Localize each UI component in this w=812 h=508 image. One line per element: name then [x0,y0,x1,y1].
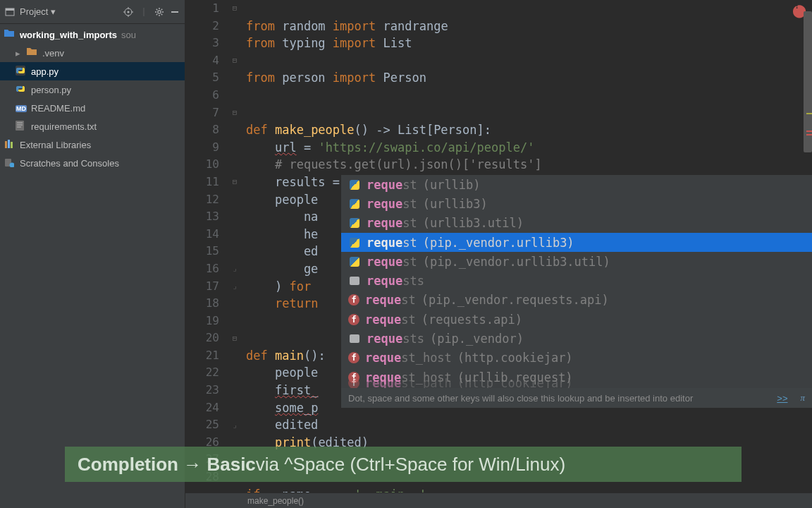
ident: first_ [275,383,318,397]
op: = [297,140,319,155]
fold-marker[interactable] [230,52,239,70]
kw-def: def [246,123,275,137]
pi-icon[interactable]: π [800,392,805,404]
completion-item[interactable]: request (pip._vendor.requests.api) [341,291,812,310]
kw-import: import [333,19,376,33]
scratches-icon [4,157,16,169]
gear-icon[interactable] [154,6,165,18]
tree-item-label: .venv [42,48,64,59]
external-libraries-icon [4,139,16,150]
expand-icon[interactable]: ▸ [16,48,23,59]
line-number: 13 [185,208,219,226]
fn-name: make_people [275,123,355,137]
completion-hint: (pip._vendor.urllib3.util) [423,255,610,269]
completion-item[interactable]: requests (pip._vendor) [341,329,812,348]
fold-strip [229,0,246,508]
completion-text: request [365,293,416,307]
code-frag: people [246,193,318,207]
ws [246,157,275,171]
completion-text: requests [367,274,424,288]
text-file-icon [16,121,27,132]
mod: person [275,71,333,85]
line-number: 16 [185,260,219,278]
kw-from: from [246,71,275,85]
target-icon[interactable] [123,6,134,18]
folder-icon [348,332,361,345]
function-icon [348,352,359,363]
kw-for: for [289,279,311,294]
completion-hint: (urllib) [423,178,481,192]
tip-overlay: Completion → Basic via ^Space (Ctrl+Spac… [65,447,742,482]
completion-hint: (urllib3) [423,197,488,211]
mod: typing [275,36,333,50]
tree-item-person-py[interactable]: person.py [0,80,185,99]
error-stripe[interactable] [806,131,812,132]
ident: Person [376,71,426,85]
line-number: 22 [185,364,219,382]
completion-item[interactable]: request (pip._vendor.urllib3) [341,233,812,252]
tree-item-README-md[interactable]: MDREADME.md [0,99,185,117]
completion-hint-link[interactable]: >> [777,393,787,404]
completion-item[interactable]: request (requests.api) [341,310,812,329]
tree-item-label: requirements.txt [31,121,97,132]
sig: (): [304,349,326,363]
fold-marker[interactable] [230,104,239,122]
tree-item-requirements-txt[interactable]: requirements.txt [0,117,185,135]
mod: random [275,19,333,33]
line-number: 10 [185,156,219,174]
line-number: 5 [185,69,219,87]
project-toolbar: Project ▾ [0,0,185,24]
project-view-title[interactable]: Project ▾ [20,6,56,17]
ws [246,296,275,310]
line-number: 12 [185,191,219,209]
completion-item[interactable]: request_path (http_cookiejar) [341,378,812,388]
tree-item-label: person.py [31,85,71,95]
project-tool-window: Project ▾ working_with_imports sou ▸.ven… [0,0,185,508]
svg-rect-1 [6,8,14,11]
completion-item[interactable]: request_host (http.cookiejar) [341,349,812,368]
tree-item-app-py[interactable]: app.py [0,62,185,80]
tree-extra-External-Libraries[interactable]: External Libraries [0,135,185,154]
line-number: 25 [185,416,219,434]
completion-item[interactable]: request (urllib3) [341,194,812,213]
comment: # requests.get(url).json()['results'] [275,157,542,171]
hide-icon[interactable] [169,6,180,18]
line-number: 23 [185,382,219,399]
completion-popup[interactable]: request (urllib)request (urllib3)request… [341,175,812,408]
error-stripe[interactable] [806,134,812,135]
tree-item--venv[interactable]: ▸.venv [0,44,185,62]
svg-line-17 [156,13,157,14]
line-number: 21 [185,347,219,365]
python-icon [348,198,361,210]
fold-end [230,278,239,296]
fold-marker[interactable] [230,0,239,18]
completion-item[interactable]: request (pip._vendor.urllib3.util) [341,252,812,271]
line-number: 2 [185,18,219,35]
python-icon [348,236,361,249]
warning-stripe[interactable] [806,113,812,114]
fn-name: main [275,349,304,363]
completion-text: request [367,255,417,269]
completion-text: request_path [365,378,452,388]
chevron-down-icon: ▾ [51,6,56,17]
breadcrumb-item[interactable]: make_people() [247,496,304,506]
fold-marker[interactable] [230,330,239,348]
svg-rect-25 [5,141,7,148]
fold-marker[interactable] [230,174,239,191]
completion-text: requests [367,332,424,346]
tree-extra-Scratches-and-Consoles[interactable]: Scratches and Consoles [0,154,185,172]
line-number: 3 [185,35,219,52]
function-icon [348,294,359,306]
project-root[interactable]: working_with_imports sou [0,25,185,44]
ident: List [376,36,412,50]
project-root-suffix: sou [121,30,136,40]
completion-item[interactable]: requests [341,271,812,290]
completion-item[interactable]: request (urllib3.util) [341,214,812,233]
folder-icon [27,47,38,59]
completion-hint: (pip._vendor.urllib3) [423,236,574,250]
tip-rest: via ^Space (Ctrl+Space for Win/Linux) [256,454,565,476]
completion-item[interactable]: request (urllib) [341,175,812,194]
kw-return: return [275,296,318,310]
code-frag: people [246,365,318,380]
project-tree[interactable]: working_with_imports sou ▸.venvapp.pyper… [0,24,185,172]
